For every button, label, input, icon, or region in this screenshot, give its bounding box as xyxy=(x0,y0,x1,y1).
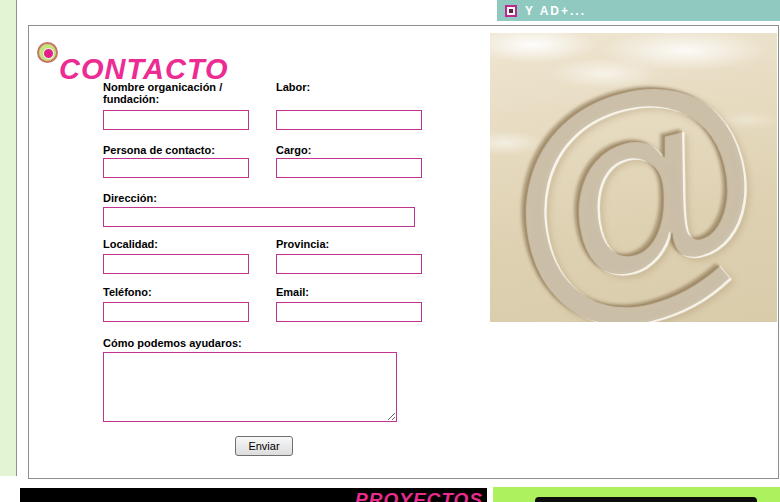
labor-label: Labor: xyxy=(276,81,426,93)
at-sign-drawing: @ xyxy=(490,33,777,322)
localidad-input[interactable] xyxy=(103,254,249,274)
mensaje-label: Cómo podemos ayudaros: xyxy=(103,337,303,349)
direccion-label: Dirección: xyxy=(103,192,253,204)
footer-logo-fragment xyxy=(535,497,757,502)
page: Y AD+... CONTACTO Nombre organicación / … xyxy=(0,0,780,502)
provincia-input[interactable] xyxy=(276,254,422,274)
persona-input[interactable] xyxy=(103,158,249,178)
provincia-label: Provincia: xyxy=(276,238,426,250)
sand-at-sign-photo: @ xyxy=(490,33,777,322)
contact-panel: CONTACTO Nombre organicación / fundación… xyxy=(28,25,779,479)
proyectos-link[interactable]: PROYECTOS xyxy=(355,489,483,502)
nav-item-y-admas[interactable]: Y AD+... xyxy=(525,4,586,18)
telefono-label: Teléfono: xyxy=(103,286,253,298)
labor-input[interactable] xyxy=(276,110,422,130)
title-bullet-icon xyxy=(37,42,58,63)
top-nav-bar: Y AD+... xyxy=(497,0,780,21)
direccion-input[interactable] xyxy=(103,207,415,227)
cargo-label: Cargo: xyxy=(276,144,426,156)
footer-green-block xyxy=(493,487,780,502)
email-input[interactable] xyxy=(276,302,422,322)
mensaje-textarea[interactable] xyxy=(103,352,397,422)
nombre-input[interactable] xyxy=(103,110,249,130)
email-label: Email: xyxy=(276,286,426,298)
persona-label: Persona de contacto: xyxy=(103,144,253,156)
left-sidebar-strip xyxy=(0,0,17,476)
proyectos-banner: PROYECTOS xyxy=(20,488,487,502)
square-bullet-icon xyxy=(505,5,517,17)
localidad-label: Localidad: xyxy=(103,238,253,250)
telefono-input[interactable] xyxy=(103,302,249,322)
cargo-input[interactable] xyxy=(276,158,422,178)
enviar-button[interactable]: Enviar xyxy=(235,436,293,456)
nombre-label: Nombre organicación / fundación: xyxy=(103,81,248,105)
